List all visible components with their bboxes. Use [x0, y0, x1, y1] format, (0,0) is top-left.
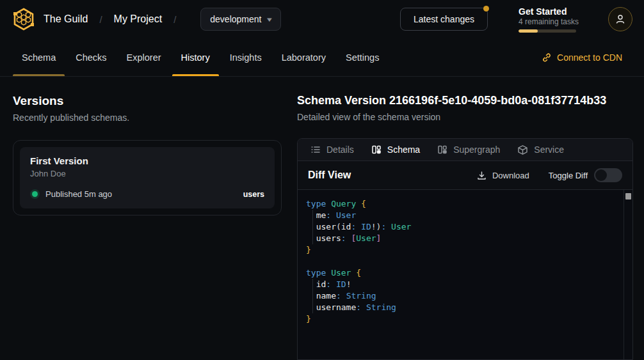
columns-icon: [437, 145, 447, 155]
tab-schema[interactable]: Schema: [13, 38, 65, 76]
get-started-widget[interactable]: Get Started 4 remaining tasks: [519, 6, 580, 33]
tab-schema-view[interactable]: Schema: [371, 145, 420, 155]
published-status-dot: [32, 191, 38, 197]
user-icon: [615, 13, 626, 25]
app-window: The Guild / My Project / development ▾ L…: [0, 0, 644, 360]
tab-label: Supergraph: [453, 145, 500, 155]
main-nav: Schema Checks Explorer History Insights …: [0, 38, 644, 77]
version-list-item[interactable]: First Version John Doe Published 5m ago …: [20, 147, 275, 208]
tab-label: Settings: [346, 52, 379, 63]
schema-code-viewer[interactable]: type Query { me: User user(id: ID!): Use…: [298, 190, 632, 359]
get-started-title: Get Started: [519, 6, 580, 17]
main-content: Versions Recently published schemas. Fir…: [0, 77, 644, 360]
cube-icon: [517, 145, 528, 155]
connect-to-cdn-label: Connect to CDN: [557, 52, 622, 63]
tab-history[interactable]: History: [172, 38, 219, 76]
connect-to-cdn-link[interactable]: Connect to CDN: [542, 38, 622, 76]
tab-settings[interactable]: Settings: [337, 38, 388, 76]
versions-title: Versions: [13, 94, 282, 108]
tab-explorer[interactable]: Explorer: [118, 38, 170, 76]
notification-dot: [483, 6, 489, 12]
tab-service[interactable]: Service: [517, 145, 564, 155]
get-started-progress-fill: [519, 29, 538, 33]
chevron-down-icon: ▾: [267, 15, 272, 24]
diff-view-header: Diff View Download Toggle Diff: [298, 161, 632, 190]
breadcrumb-org[interactable]: The Guild: [44, 13, 88, 25]
code-scrollbar[interactable]: [624, 190, 632, 359]
user-menu-button[interactable]: [608, 7, 632, 31]
tab-label: Insights: [230, 52, 262, 63]
tab-details[interactable]: Details: [310, 145, 354, 155]
download-button[interactable]: Download: [477, 171, 529, 180]
tab-label: Service: [534, 145, 564, 155]
version-detail-subtitle: Detailed view of the schema version: [297, 112, 633, 122]
breadcrumb-separator: /: [173, 14, 176, 25]
code-line: name: String: [306, 290, 632, 302]
breadcrumb-project[interactable]: My Project: [114, 13, 163, 25]
tab-label: Checks: [76, 52, 106, 63]
code-block: type Query { me: User user(id: ID!): Use…: [298, 190, 632, 325]
versions-list: First Version John Doe Published 5m ago …: [13, 140, 282, 215]
tab-label: Details: [326, 145, 354, 155]
version-detail-column: Schema Version 2166196f-5e10-4059-bd0a-0…: [297, 94, 633, 360]
version-detail-title: Schema Version 2166196f-5e10-4059-bd0a-0…: [297, 94, 633, 107]
versions-subtitle: Recently published schemas.: [13, 113, 282, 123]
toggle-diff-label: Toggle Diff: [549, 171, 588, 180]
version-name: First Version: [30, 155, 264, 166]
latest-changes-button[interactable]: Latest changes: [400, 8, 488, 31]
version-status: Published 5m ago: [45, 189, 112, 199]
hive-hexagon-icon[interactable]: [13, 8, 35, 31]
version-meta-row: Published 5m ago users: [30, 189, 264, 199]
code-line: [306, 256, 632, 267]
code-line: me: User: [306, 210, 632, 221]
code-line: type Query {: [306, 198, 632, 210]
version-author: John Doe: [30, 169, 264, 178]
detail-tab-bar: Details Schema: [298, 139, 632, 161]
tab-label: Schema: [387, 145, 420, 155]
code-line: users: [User]: [306, 233, 632, 244]
code-scrollbar-thumb[interactable]: [625, 193, 631, 200]
download-label: Download: [492, 171, 529, 180]
toggle-diff-switch[interactable]: [594, 168, 622, 182]
tab-supergraph[interactable]: Supergraph: [437, 145, 500, 155]
tab-label: Schema: [22, 52, 56, 63]
code-line: user(id: ID!): User: [306, 221, 632, 233]
tab-insights[interactable]: Insights: [221, 38, 271, 76]
diff-view-title: Diff View: [308, 169, 351, 181]
tab-label: History: [181, 52, 210, 63]
code-line: id: ID!: [306, 279, 632, 290]
toggle-knob: [595, 169, 607, 181]
get-started-progress: [519, 29, 576, 33]
tab-checks[interactable]: Checks: [67, 38, 115, 76]
target-select-value: development: [210, 14, 261, 24]
latest-changes-label: Latest changes: [414, 14, 474, 24]
link-icon: [542, 52, 552, 63]
version-service-badge: users: [243, 190, 264, 199]
columns-icon: [371, 145, 382, 155]
code-line: username: String: [306, 302, 632, 313]
tab-label: Explorer: [127, 52, 161, 63]
header: The Guild / My Project / development ▾ L…: [0, 0, 644, 38]
code-line: }: [306, 313, 632, 325]
target-select[interactable]: development ▾: [200, 8, 281, 31]
breadcrumb-separator: /: [99, 14, 102, 25]
get-started-subtitle: 4 remaining tasks: [519, 17, 580, 26]
tab-laboratory[interactable]: Laboratory: [273, 38, 335, 76]
code-line: type User {: [306, 267, 632, 279]
version-detail-panel: Details Schema: [297, 138, 633, 360]
list-icon: [310, 145, 321, 155]
download-icon: [477, 171, 487, 180]
breadcrumb: The Guild / My Project /: [44, 13, 188, 25]
code-line: }: [306, 244, 632, 256]
tab-label: Laboratory: [282, 52, 326, 63]
versions-column: Versions Recently published schemas. Fir…: [13, 94, 282, 360]
